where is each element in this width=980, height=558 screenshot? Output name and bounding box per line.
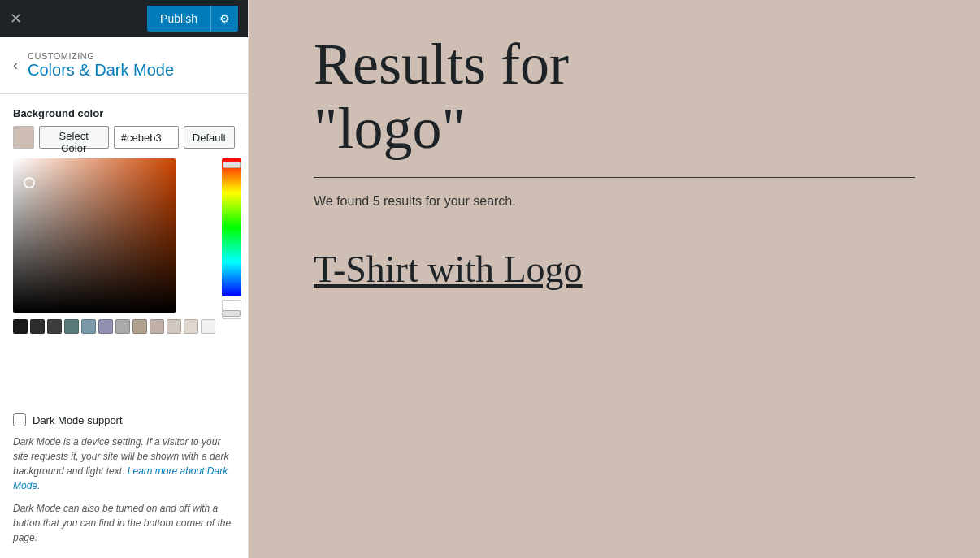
gear-icon: ⚙ xyxy=(219,12,230,25)
close-icon[interactable]: ✕ xyxy=(10,10,22,28)
nav-title-area: Customizing Colors & Dark Mode xyxy=(28,51,174,80)
select-color-button[interactable]: Select Color xyxy=(39,126,109,149)
swatch-white[interactable] xyxy=(201,319,215,334)
swatch-teal[interactable] xyxy=(64,319,79,334)
dark-mode-checkbox[interactable] xyxy=(13,413,26,426)
swatch-lavender[interactable] xyxy=(98,319,113,334)
right-panel: Results for "logo" We found 5 results fo… xyxy=(249,0,980,558)
divider-line xyxy=(314,177,915,178)
alpha-handle xyxy=(223,310,241,317)
dark-mode-checkbox-row: Dark Mode support xyxy=(13,413,235,426)
results-count: We found 5 results for your search. xyxy=(314,194,915,209)
dark-mode-description: Dark Mode is a device setting. If a visi… xyxy=(13,435,235,493)
color-swatches-row xyxy=(13,319,215,334)
product-title: T-Shirt with Logo xyxy=(314,248,915,291)
swatch-blue-gray[interactable] xyxy=(81,319,96,334)
hue-handle xyxy=(223,162,241,168)
alpha-slider[interactable] xyxy=(222,300,241,319)
color-gradient-canvas[interactable] xyxy=(13,158,176,313)
top-bar: ✕ Publish ⚙ xyxy=(0,0,248,37)
dark-mode-label[interactable]: Dark Mode support xyxy=(33,414,123,426)
color-swatch[interactable] xyxy=(13,126,34,149)
swatch-pale[interactable] xyxy=(184,319,198,334)
dark-mode-section: Dark Mode support Dark Mode is a device … xyxy=(0,413,248,558)
color-picker-area xyxy=(13,158,235,334)
publish-button[interactable]: Publish xyxy=(147,6,210,32)
swatch-dark1[interactable] xyxy=(30,319,45,334)
left-panel: ✕ Publish ⚙ ‹ Customizing Colors & Dark … xyxy=(0,0,249,558)
nav-bar: ‹ Customizing Colors & Dark Mode xyxy=(0,37,248,94)
results-heading: Results for "logo" xyxy=(314,32,915,161)
hue-slider[interactable] xyxy=(222,158,241,296)
back-button[interactable]: ‹ xyxy=(13,57,18,74)
swatch-warm-gray[interactable] xyxy=(132,319,147,334)
swatch-light-brown[interactable] xyxy=(150,319,164,334)
dark-mode-description2: Dark Mode can also be turned on and off … xyxy=(13,501,235,545)
section-title: Colors & Dark Mode xyxy=(28,61,174,80)
swatch-dark2[interactable] xyxy=(47,319,62,334)
bg-color-label: Background color xyxy=(13,107,235,119)
swatch-black[interactable] xyxy=(13,319,28,334)
publish-settings-button[interactable]: ⚙ xyxy=(210,6,238,32)
hue-slider-container xyxy=(222,158,241,334)
color-picker-row: Select Color Default xyxy=(13,126,235,149)
swatch-light-tan[interactable] xyxy=(167,319,181,334)
customizing-label: Customizing xyxy=(28,51,174,61)
hex-input[interactable] xyxy=(114,126,179,149)
default-button[interactable]: Default xyxy=(184,126,235,149)
content-area: Background color Select Color Default xyxy=(0,94,248,413)
publish-area: Publish ⚙ xyxy=(147,6,238,32)
swatch-mid-gray[interactable] xyxy=(115,319,130,334)
